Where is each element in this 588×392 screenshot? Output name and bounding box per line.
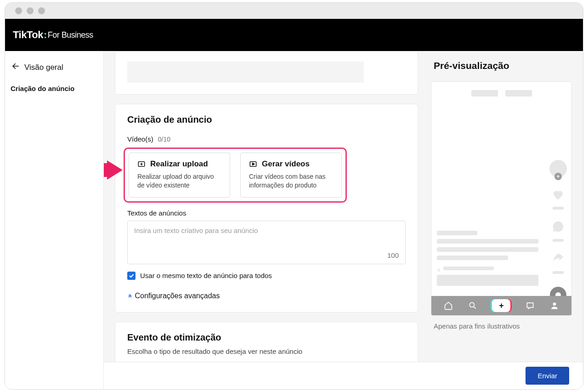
tiktok-business-logo: TikTok:For Business — [13, 29, 93, 41]
prior-card-placeholder — [115, 51, 418, 95]
placeholder-block — [127, 62, 364, 83]
comment-icon — [551, 220, 565, 235]
traffic-light-zoom[interactable] — [38, 7, 45, 14]
generate-title: Gerar vídeos — [262, 159, 310, 169]
optimization-subtitle: Escolha o tipo de resultado que deseja v… — [127, 347, 406, 355]
share-icon — [551, 252, 565, 267]
back-label: Visão geral — [24, 63, 63, 72]
avatar-follow-icon — [549, 160, 567, 177]
upload-video-option[interactable]: Realizar upload Realizar upload do arqui… — [129, 153, 230, 198]
arrow-left-icon — [11, 62, 20, 73]
sidebar: Visão geral Criação do anúncio — [5, 51, 104, 389]
svg-point-8 — [553, 302, 556, 306]
share-count-bar — [553, 271, 564, 274]
music-note-icon: ♫ — [437, 267, 441, 272]
callout-arrow-icon — [104, 160, 123, 182]
preview-column: Pré-visualização — [429, 51, 583, 389]
chevron-up-double-icon — [127, 292, 135, 300]
preview-title: Pré-visualização — [431, 60, 572, 71]
like-count-bar — [553, 207, 564, 210]
back-to-overview[interactable]: Visão geral — [11, 59, 98, 83]
preview-bottom-nav: + — [431, 296, 571, 315]
preview-top-tabs — [437, 90, 566, 97]
create-post-icon: + — [492, 299, 510, 312]
ad-creation-card: Criação de anúncio Vídeo(s) 0/10 — [115, 104, 418, 312]
traffic-light-minimize[interactable] — [27, 7, 34, 14]
browser-frame: TikTok:For Business Visão geral Criação … — [5, 2, 583, 390]
svg-marker-5 — [253, 163, 255, 165]
generate-video-option[interactable]: Gerar vídeos Criar vídeos com base nas i… — [240, 153, 342, 198]
home-icon — [443, 301, 453, 311]
traffic-light-close[interactable] — [15, 7, 22, 14]
preview-phone-frame: ♫ + — [431, 81, 572, 316]
footer-bar: Enviar — [104, 362, 583, 389]
heart-icon — [551, 187, 565, 203]
same-text-checkbox-row[interactable]: Usar o mesmo texto de anúncio para todos — [127, 272, 406, 280]
upload-title: Realizar upload — [150, 159, 208, 169]
optimization-title: Evento de otimização — [127, 332, 406, 343]
generate-desc: Criar vídeos com base nas informações do… — [249, 172, 333, 190]
sidebar-item-ad-creation[interactable]: Criação do anúncio — [11, 83, 98, 94]
brand-main: TikTok — [13, 29, 43, 41]
videos-label: Vídeo(s) — [127, 135, 153, 143]
browser-chrome-header — [5, 3, 583, 19]
svg-line-7 — [474, 307, 476, 309]
sidebar-item-label: Criação do anúncio — [11, 85, 74, 92]
upload-icon — [137, 160, 146, 168]
profile-icon — [549, 301, 560, 311]
ad-creation-title: Criação de anúncio — [127, 114, 406, 125]
brand-sub: For Business — [48, 30, 93, 40]
video-generate-icon — [249, 160, 257, 168]
same-text-label: Usar o mesmo texto de anúncio para todos — [140, 272, 272, 279]
app-body: Visão geral Criação do anúncio Criação d… — [5, 51, 583, 389]
preview-side-actions — [549, 160, 567, 303]
app-header: TikTok:For Business — [5, 19, 583, 51]
advanced-settings-link[interactable]: Configurações avançadas — [127, 292, 406, 300]
advanced-link-text: Configurações avançadas — [135, 292, 220, 300]
videos-count: 0/10 — [158, 136, 170, 143]
char-count: 100 — [387, 251, 399, 259]
main-content: Criação de anúncio Vídeo(s) 0/10 — [104, 51, 429, 389]
preview-text-overlay: ♫ — [437, 231, 538, 286]
preview-note: Apenas para fins ilustrativos — [431, 322, 572, 330]
svg-marker-1 — [104, 160, 123, 180]
inbox-icon — [525, 301, 535, 311]
video-source-highlight: Realizar upload Realizar upload do arqui… — [124, 148, 347, 203]
upload-desc: Realizar upload do arquivo de vídeo exis… — [137, 172, 221, 190]
checkbox-same-text[interactable] — [127, 272, 136, 280]
ad-text-label: Textos de anúncios — [127, 209, 406, 217]
brand-colon: : — [44, 29, 47, 41]
submit-button[interactable]: Enviar — [526, 367, 569, 385]
comment-count-bar — [553, 239, 564, 242]
search-icon — [468, 301, 478, 311]
svg-point-6 — [469, 302, 474, 307]
videos-label-row: Vídeo(s) 0/10 — [127, 135, 406, 143]
ad-text-input-wrap[interactable]: 100 — [127, 221, 406, 264]
ad-text-input[interactable] — [134, 227, 399, 250]
